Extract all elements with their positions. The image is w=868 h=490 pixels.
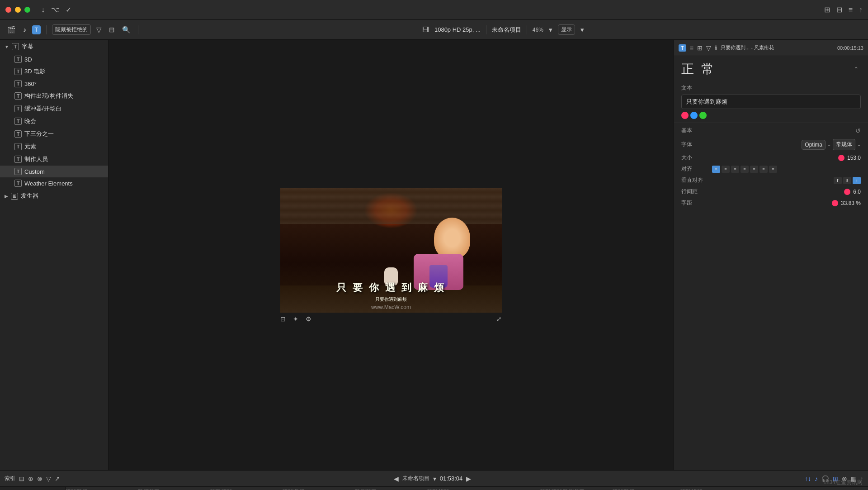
music-icon[interactable]: ♪ xyxy=(21,24,28,35)
tl-audio-adjust-icon[interactable]: ↑↓ xyxy=(805,475,811,482)
close-button[interactable] xyxy=(5,7,11,13)
align-justify-left[interactable]: ≡ xyxy=(741,166,749,173)
preview-transform-icon[interactable]: ✦ xyxy=(293,315,298,323)
tl-icon-4[interactable]: ▽ xyxy=(46,475,51,482)
preview-crop-icon[interactable]: ⊡ xyxy=(280,315,286,323)
item-custom-icon: T xyxy=(14,168,22,175)
tl-arrow-right[interactable]: ▶ xyxy=(466,475,471,482)
preview-expand-icon[interactable]: ⤢ xyxy=(496,315,502,323)
sidebar-item-weather[interactable]: T Weather Elements xyxy=(0,177,108,189)
size-color-dot xyxy=(838,155,844,161)
color-dot-red[interactable] xyxy=(681,112,689,119)
font-selector[interactable]: Optima xyxy=(802,140,826,150)
resolution-icon: 🎞 xyxy=(420,24,431,35)
rp-filter-icon[interactable]: ▽ xyxy=(706,44,711,52)
check-icon[interactable]: ✓ xyxy=(66,5,71,14)
tl-icon-2[interactable]: ⊕ xyxy=(28,475,33,482)
rp-text-icon[interactable]: T xyxy=(679,44,686,52)
display-chevron[interactable]: ▾ xyxy=(579,24,586,36)
grid-view-icon[interactable]: ⊞ xyxy=(824,5,830,14)
sidebar-item-evening[interactable]: T 晚会 xyxy=(0,115,108,128)
watermark: www.MacW.com xyxy=(280,304,502,310)
font-style-selector[interactable]: 常规体 xyxy=(833,139,855,150)
ruler-8: 00:02:00:00 xyxy=(613,488,634,490)
tl-icon-1[interactable]: ⊟ xyxy=(19,475,24,482)
tl-waveform-icon[interactable]: ♪ xyxy=(815,475,818,482)
ruler-1: 00:00:15:00 xyxy=(138,488,160,490)
sidebar-item-buffer[interactable]: T 缓冲器/开场白 xyxy=(0,102,108,115)
sidebar-item-3d-movie[interactable]: T 3D 电影 xyxy=(0,65,108,78)
text-icon[interactable]: T xyxy=(32,25,41,34)
style-chevron[interactable]: ⌄ xyxy=(857,142,861,147)
tl-arrow-left[interactable]: ◀ xyxy=(394,475,399,482)
valign-middle[interactable]: ⬇ xyxy=(843,177,851,184)
align-justify-right[interactable]: ≡ xyxy=(760,166,768,173)
index-label[interactable]: 索引 xyxy=(5,475,15,482)
rp-grid-icon[interactable]: ⊞ xyxy=(697,44,703,52)
align-justify-full[interactable]: ≡ xyxy=(769,166,777,173)
tl-icon-3[interactable]: ⊗ xyxy=(37,475,42,482)
tl-icon-5[interactable]: ↗ xyxy=(55,475,60,482)
align-left[interactable]: ≡ xyxy=(712,166,720,173)
display-label[interactable]: 显示 xyxy=(558,24,575,35)
sidebar-section-subtitles[interactable]: ▼ T 字幕 xyxy=(0,40,108,53)
sidebar-item-3d[interactable]: T 3D xyxy=(0,53,108,65)
basic-section: 基本 ↺ 字体 Optima ⌄ 常规体 ⌄ 大小 153.0 xyxy=(674,123,868,214)
align-right[interactable]: ≡ xyxy=(731,166,739,173)
mode-label: 正 常 ⌃ xyxy=(674,56,868,81)
zoom-chevron[interactable]: ▾ xyxy=(547,24,554,36)
item-buffer-icon: T xyxy=(14,105,22,112)
tl-dropdown[interactable]: ▾ xyxy=(433,475,436,482)
linespacing-value: 6.0 xyxy=(853,189,861,195)
preview-gear-icon[interactable]: ⚙ xyxy=(306,315,311,323)
align-center[interactable]: ≡ xyxy=(722,166,730,173)
traffic-lights xyxy=(5,7,30,13)
search-icon[interactable]: 🔍 xyxy=(120,24,132,36)
share-icon[interactable]: ↑ xyxy=(859,6,863,14)
mode-text: 正 常 xyxy=(681,61,716,78)
valign-label: 垂直对齐 xyxy=(681,176,708,184)
layout-icon[interactable]: ⊟ xyxy=(107,24,117,36)
item-3d-icon: T xyxy=(14,56,22,63)
font-chevron[interactable]: ⌄ xyxy=(827,142,831,147)
ruler-0: 00:00:00:00 xyxy=(66,488,87,490)
sidebar-section-generator[interactable]: ▶ ⊞ 发生器 xyxy=(0,189,108,203)
filter-icon[interactable]: ▽ xyxy=(94,24,104,36)
sidebar-item-appear-disappear[interactable]: T 构件出现/构件消失 xyxy=(0,90,108,102)
sidebar-item-lowerthird[interactable]: T 下三分之一 xyxy=(0,128,108,140)
list-view-icon[interactable]: ⊟ xyxy=(836,5,842,14)
item-evening-icon: T xyxy=(14,118,22,125)
sidebar-item-custom[interactable]: T Custom xyxy=(0,166,108,177)
item-buffer-label: 缓冲器/开场白 xyxy=(24,105,61,113)
tl-timecode: 01:53:04 xyxy=(440,475,463,482)
item-weather-label: Weather Elements xyxy=(24,180,73,187)
maximize-button[interactable] xyxy=(24,7,30,13)
align-justify-center[interactable]: ≡ xyxy=(750,166,758,173)
basic-reset-icon[interactable]: ↺ xyxy=(855,127,861,134)
key-icon[interactable]: ⌥ xyxy=(51,5,59,14)
text-section: 文本 只要你遇到麻烦 xyxy=(674,81,868,123)
sidebar-item-360[interactable]: T 360° xyxy=(0,78,108,90)
sidebar-item-elements[interactable]: T 元素 xyxy=(0,140,108,153)
divider1 xyxy=(46,25,47,34)
download-icon[interactable]: ↓ xyxy=(41,6,45,14)
valign-top[interactable]: ⬆ xyxy=(834,177,842,184)
ruler-3: 00:00:45:00 xyxy=(283,488,304,490)
rp-info-icon[interactable]: ℹ xyxy=(715,44,717,52)
titlebar: ↓ ⌥ ✓ ⊞ ⊟ ≡ ↑ xyxy=(0,0,868,20)
valign-bottom[interactable]: ↑ xyxy=(853,177,861,184)
rp-list-icon[interactable]: ≡ xyxy=(690,44,693,52)
ruler-5: 00:01:15:00 xyxy=(427,488,449,490)
text-input[interactable]: 只要你遇到麻烦 xyxy=(681,95,861,109)
right-panel: T ≡ ⊞ ▽ ℹ 只要你遇到... - 尺素衔花 00:00:15:13 正 … xyxy=(674,40,868,470)
hidden-rejected-label[interactable]: 隐藏被拒绝的 xyxy=(52,24,91,35)
settings-icon[interactable]: ≡ xyxy=(849,6,853,14)
sidebar-item-credits[interactable]: T 制作人员 xyxy=(0,153,108,166)
minimize-button[interactable] xyxy=(15,7,21,13)
zoom-percent[interactable]: 46% xyxy=(533,27,543,33)
mode-expand-icon[interactable]: ⌃ xyxy=(854,66,861,73)
linespacing-dot xyxy=(844,189,850,195)
color-dot-green xyxy=(699,112,707,119)
timeline-content[interactable]: 00:00:00:00 00:00:15:00 00:00:30:00 00:0… xyxy=(66,487,868,490)
item-appear-icon: T xyxy=(14,92,22,100)
